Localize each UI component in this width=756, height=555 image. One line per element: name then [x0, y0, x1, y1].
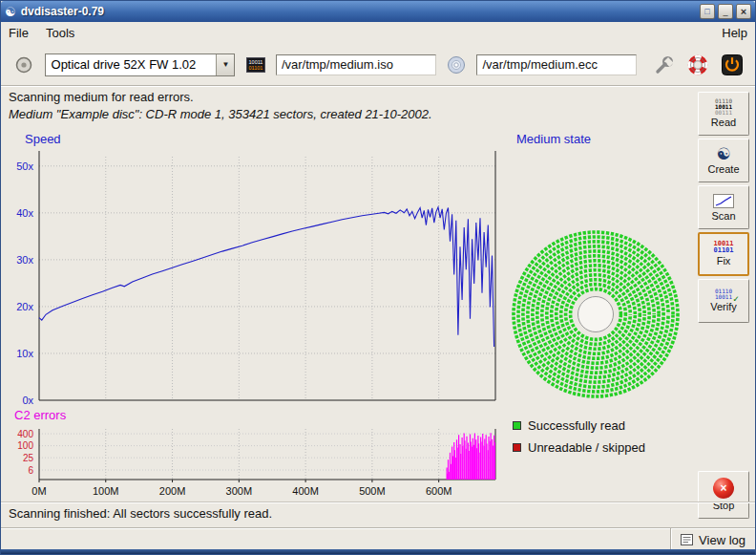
verify-icon: 01110 10011 ✓	[715, 288, 732, 300]
svg-text:10x: 10x	[16, 348, 33, 359]
stop-area: × Stop	[695, 471, 752, 519]
legend-swatch-success	[513, 421, 521, 430]
svg-text:100M: 100M	[93, 485, 119, 497]
iso-path-input[interactable]	[276, 54, 436, 75]
view-log-button[interactable]: View log	[670, 528, 755, 551]
status-message: Scanning finished: All sectors successfu…	[9, 506, 272, 521]
stop-x-glyph: ×	[720, 482, 726, 494]
svg-text:0M: 0M	[32, 485, 46, 497]
read-icon: 01110 10011 00111	[715, 98, 732, 116]
svg-text:30x: 30x	[16, 254, 33, 266]
menu-tools[interactable]: Tools	[46, 26, 74, 40]
svg-text:300M: 300M	[226, 485, 253, 497]
ecc-disc-icon	[446, 54, 467, 75]
svg-text:0x: 0x	[22, 395, 33, 406]
read-button[interactable]: 01110 10011 00111 Read	[698, 92, 749, 136]
read-icon-bits-3: 00111	[715, 110, 732, 116]
svg-text:20x: 20x	[16, 301, 33, 312]
chevron-down-icon: ▼	[221, 60, 229, 69]
svg-text:600M: 600M	[426, 485, 452, 497]
create-label: Create	[707, 163, 739, 175]
maximize-icon: □	[704, 8, 709, 16]
c2-chart-title: C2 errors	[14, 408, 66, 422]
log-icon	[680, 533, 694, 546]
check-icon: ✓	[733, 294, 739, 304]
fix-icon-bits-2: 01101	[713, 247, 733, 254]
menubar: File Tools Help	[1, 22, 755, 44]
yin-yang-icon: ☯	[716, 146, 730, 162]
close-icon: ×	[741, 7, 746, 17]
legend-swatch-unreadable	[513, 443, 521, 452]
window-controls: □ _ ×	[700, 4, 751, 19]
power-icon	[721, 53, 744, 76]
c2-chart-svg: 0M100M200M300M400M500M600M625100400	[9, 424, 505, 504]
legend-label-success: Successfully read	[528, 418, 625, 433]
svg-text:500M: 500M	[359, 485, 386, 497]
view-log-label: View log	[699, 533, 746, 547]
svg-text:400M: 400M	[292, 485, 319, 497]
svg-text:40x: 40x	[16, 207, 33, 219]
scan-button[interactable]: Scan	[698, 185, 749, 229]
svg-text:400: 400	[17, 429, 33, 439]
drive-icon	[13, 54, 34, 75]
legend-item-success: Successfully read	[513, 418, 645, 433]
menu-help[interactable]: Help	[722, 26, 747, 40]
fix-icon: 10011 01101	[713, 241, 733, 254]
verify-icon-bits-2: 10011	[715, 294, 732, 300]
iso-file-button[interactable]: 10011 01101	[242, 51, 269, 79]
status-separator	[1, 502, 755, 502]
drive-selector-arrow[interactable]: ▼	[216, 54, 234, 75]
stop-icon: ×	[713, 478, 734, 499]
legend-label-unreadable: Unreadable / skipped	[528, 440, 645, 455]
lifebuoy-icon	[687, 54, 708, 75]
svg-text:50x: 50x	[16, 160, 33, 172]
wrench-icon	[654, 54, 675, 75]
drive-button[interactable]	[10, 51, 38, 79]
minimize-icon: _	[723, 8, 727, 16]
svg-text:25: 25	[23, 453, 34, 463]
toolbar: Optical drive 52X FW 1.02 ▼ 10011 01101	[1, 44, 755, 86]
ecc-path-input[interactable]	[476, 54, 637, 75]
app-icon: ☯	[5, 6, 16, 18]
iso-chip-icon: 10011 01101	[244, 54, 267, 75]
fix-button[interactable]: 10011 01101 Fix	[698, 232, 749, 276]
close-button[interactable]: ×	[736, 4, 751, 19]
fix-label: Fix	[717, 255, 731, 267]
maximize-button[interactable]: □	[700, 4, 715, 19]
status-line-primary: Scanning medium for read errors.	[9, 90, 432, 104]
scan-chart-icon	[712, 193, 735, 209]
svg-text:6: 6	[28, 465, 33, 476]
medium-state-title: Medium state	[516, 132, 591, 146]
status-line-medium-info: Medium "Example disc": CD-R mode 1, 3534…	[9, 107, 432, 121]
titlebar[interactable]: ☯ dvdisaster-0.79 □ _ ×	[1, 1, 755, 22]
drive-selector[interactable]: Optical drive 52X FW 1.02 ▼	[45, 53, 236, 76]
stop-button[interactable]: × Stop	[698, 471, 749, 519]
preferences-button[interactable]	[650, 51, 678, 79]
window-frame-bottom	[1, 549, 755, 554]
svg-text:100: 100	[17, 440, 33, 451]
disc-svg	[505, 224, 686, 405]
window-title: dvdisaster-0.79	[21, 5, 104, 18]
speed-chart-svg: 0x10x20x30x40x50x	[9, 149, 505, 409]
footer-bar: View log	[1, 527, 755, 551]
minimize-button[interactable]: _	[718, 4, 733, 19]
quit-button[interactable]	[718, 51, 746, 79]
verify-button[interactable]: 01110 10011 ✓ Verify	[698, 279, 749, 323]
svg-text:01101: 01101	[248, 65, 262, 71]
legend-item-unreadable: Unreadable / skipped	[513, 440, 645, 455]
create-button[interactable]: ☯ Create	[698, 139, 749, 182]
help-button[interactable]	[684, 51, 712, 79]
ecc-file-button[interactable]	[443, 51, 471, 79]
menu-file[interactable]: File	[9, 26, 29, 40]
app-window: ☯ dvdisaster-0.79 □ _ × File Tools Help …	[0, 0, 756, 555]
medium-state-legend: Successfully read Unreadable / skipped	[513, 418, 645, 455]
drive-selector-value: Optical drive 52X FW 1.02	[46, 54, 217, 75]
scan-label: Scan	[711, 210, 735, 222]
scan-status: Scanning medium for read errors. Medium …	[9, 90, 432, 121]
svg-text:200M: 200M	[159, 485, 186, 497]
action-sidebar: 01110 10011 00111 Read ☯ Create Scan 100…	[695, 92, 752, 323]
speed-chart-title: Speed	[25, 132, 61, 146]
read-label: Read	[711, 117, 736, 128]
